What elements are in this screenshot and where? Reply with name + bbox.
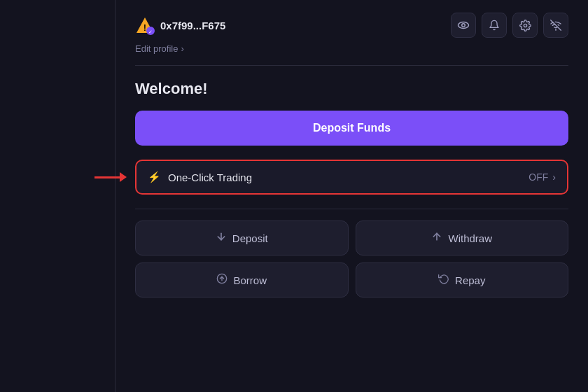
withdraw-button[interactable]: Withdraw: [356, 220, 569, 255]
repay-label: Repay: [455, 274, 485, 286]
chevron-right-icon-trading: ›: [552, 172, 556, 183]
plug-icon-button[interactable]: [543, 13, 568, 38]
svg-point-5: [462, 24, 465, 27]
welcome-text: Welcome!: [135, 80, 568, 98]
header-divider: [135, 65, 568, 66]
actions-divider: [135, 209, 568, 209]
main-content: ! ✓ 0x7f99...F675: [115, 0, 588, 392]
actions-grid: Deposit Withdraw Borrow: [135, 220, 568, 298]
one-click-status: OFF: [528, 172, 548, 183]
wallet-info: ! ✓ 0x7f99...F675: [135, 15, 225, 35]
deposit-label: Deposit: [232, 232, 268, 244]
borrow-label: Borrow: [233, 274, 267, 286]
sidebar: [0, 0, 115, 392]
deposit-button[interactable]: Deposit: [135, 220, 349, 255]
borrow-icon: [216, 273, 227, 287]
one-click-left: ⚡ One-Click Trading: [148, 171, 252, 183]
arrow-head: [120, 172, 127, 182]
one-click-right: OFF ›: [528, 172, 556, 183]
withdraw-icon: [431, 231, 442, 245]
arrow-indicator: [94, 172, 127, 182]
wallet-address: 0x7f99...F675: [160, 20, 225, 31]
svg-point-4: [458, 22, 469, 29]
borrow-button[interactable]: Borrow: [135, 262, 349, 298]
arrow-shaft: [94, 176, 120, 178]
deposit-funds-button[interactable]: Deposit Funds: [135, 111, 568, 146]
lightning-icon: ⚡: [148, 171, 161, 183]
edit-profile-link[interactable]: Edit profile ›: [135, 43, 568, 54]
eye-icon-button[interactable]: [451, 13, 476, 38]
gear-icon-button[interactable]: [512, 13, 538, 38]
svg-text:✓: ✓: [148, 29, 153, 34]
header-icons: [451, 13, 568, 38]
warning-icon: ! ✓: [135, 15, 155, 35]
bell-icon-button[interactable]: [482, 13, 507, 38]
one-click-wrapper: ⚡ One-Click Trading OFF ›: [135, 160, 568, 195]
header-row: ! ✓ 0x7f99...F675: [135, 13, 568, 38]
repay-button[interactable]: Repay: [356, 262, 569, 298]
deposit-funds-label: Deposit Funds: [313, 122, 391, 134]
one-click-trading-row[interactable]: ⚡ One-Click Trading OFF ›: [135, 160, 568, 195]
svg-text:!: !: [144, 22, 146, 33]
repay-icon: [438, 273, 449, 287]
edit-profile-label: Edit profile: [135, 43, 178, 54]
withdraw-label: Withdraw: [448, 232, 492, 244]
deposit-icon: [216, 231, 227, 245]
svg-point-6: [524, 24, 526, 27]
chevron-right-icon: ›: [181, 43, 183, 54]
one-click-trading-label: One-Click Trading: [168, 172, 252, 183]
